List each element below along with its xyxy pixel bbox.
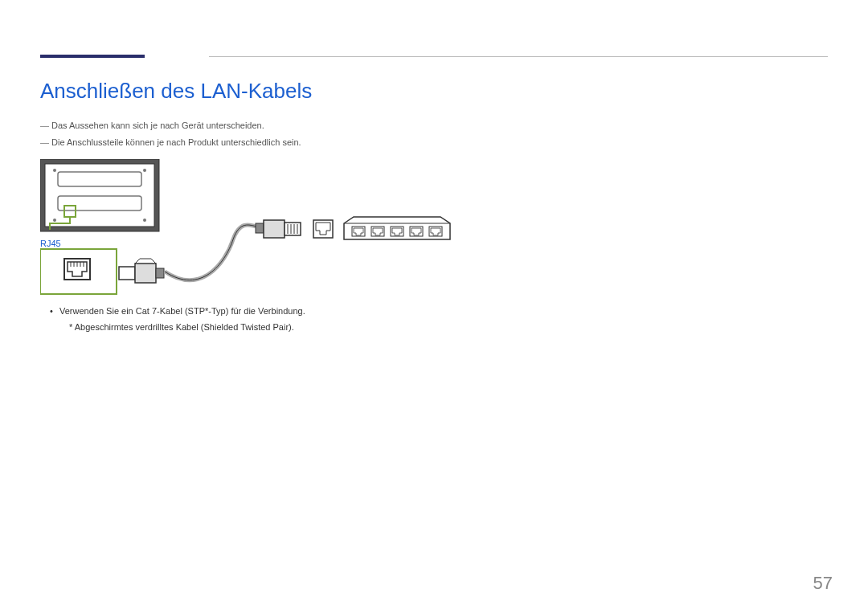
note-text: Die Anschlussteile können je nach Produk… (51, 137, 301, 147)
svg-point-4 (53, 169, 56, 172)
instruction-subtext: * Abgeschirmtes verdrilltes Kabel (Shiel… (59, 320, 305, 336)
svg-rect-21 (285, 223, 301, 235)
svg-rect-20 (264, 220, 285, 238)
svg-rect-1 (45, 164, 154, 227)
rj45-port-label: RJ45 (40, 239, 61, 248)
list-item: Verwenden Sie ein Cat 7-Kabel (STP*-Typ)… (50, 304, 305, 336)
svg-point-5 (143, 169, 146, 172)
header-rule (40, 55, 828, 56)
dash-icon: ― (40, 117, 51, 134)
dash-icon: ― (40, 134, 51, 151)
svg-rect-18 (156, 268, 164, 278)
page: Anschließen des LAN-Kabels ―Das Aussehen… (0, 0, 868, 613)
note-line: ―Die Anschlussteile können je nach Produ… (40, 134, 301, 151)
header-accent-bar (40, 55, 145, 58)
svg-point-6 (53, 219, 56, 222)
svg-rect-17 (135, 264, 156, 283)
lan-connection-diagram (40, 159, 482, 296)
page-number: 57 (813, 573, 833, 594)
svg-rect-16 (119, 267, 135, 280)
notes-block: ―Das Aussehen kann sich je nach Gerät un… (40, 117, 301, 151)
note-line: ―Das Aussehen kann sich je nach Gerät un… (40, 117, 301, 134)
page-title: Anschließen des LAN-Kabels (40, 79, 312, 104)
note-text: Das Aussehen kann sich je nach Gerät unt… (51, 121, 264, 130)
svg-rect-9 (40, 249, 117, 294)
diagram-svg (40, 159, 482, 296)
svg-rect-19 (256, 223, 264, 233)
header-divider (209, 56, 828, 57)
svg-point-7 (143, 219, 146, 222)
instruction-list: Verwenden Sie ein Cat 7-Kabel (STP*-Typ)… (50, 304, 305, 336)
instruction-text: Verwenden Sie ein Cat 7-Kabel (STP*-Typ)… (59, 306, 305, 316)
